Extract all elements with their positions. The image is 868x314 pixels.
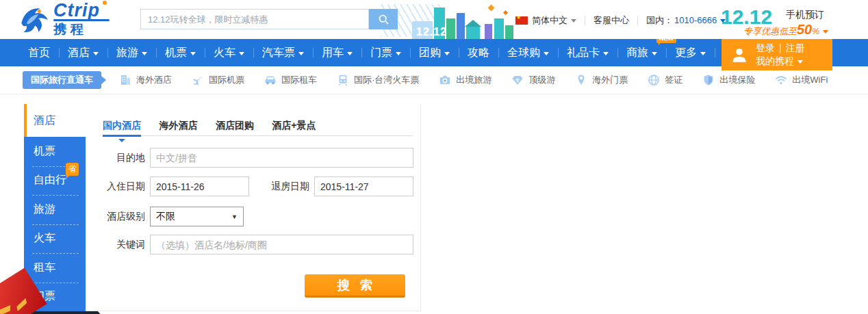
subnav-overseas-attraction-tickets[interactable]: 海外门票 — [575, 74, 628, 86]
my-ctrip-link[interactable]: 我的携程 — [756, 55, 803, 68]
mobile-booking-title: 手机预订 — [786, 9, 824, 21]
subnav-premium-tours[interactable]: 顶级游 — [511, 74, 555, 86]
caret-down-icon — [444, 52, 450, 55]
brand-en: Ctrip — [53, 2, 110, 18]
sidebar-item-hotel[interactable]: 酒店 — [24, 104, 86, 137]
nav-item-train[interactable]: 火车 — [205, 39, 253, 66]
hotel-class-select[interactable]: 不限 ▼ — [150, 207, 244, 226]
globe-icon — [648, 74, 660, 86]
ctrip-logo[interactable]: Ctrip 携程 — [16, 2, 110, 36]
international-subnav: 国际旅行直通车 海外酒店 国际机票 国际租车 国际·台湾火车票 出境旅游 顶级游… — [0, 66, 868, 94]
checkout-label: 退房日期 — [268, 181, 309, 193]
booking-sidebar: 酒店 机票 自由行 旅游 火车 租车 门票 省 — [24, 104, 86, 311]
caret-down-icon — [142, 52, 147, 55]
sidebar-item-car-rental[interactable]: 租车 — [24, 253, 86, 283]
login-link[interactable]: 登录 — [756, 42, 775, 53]
subnav-travel-insurance[interactable]: 出境保险 — [702, 74, 755, 86]
checkin-label: 入住日期 — [86, 181, 145, 193]
phone-number: 1010-6666 — [674, 15, 717, 25]
divider — [585, 16, 585, 25]
divider — [637, 16, 638, 25]
dolphin-logo-icon — [16, 2, 51, 36]
checkout-date-input[interactable] — [314, 176, 413, 196]
nav-item-globalshop[interactable]: 全球购 — [498, 39, 558, 66]
mobile-promo-discount[interactable]: 专享优惠低至50% — [743, 22, 828, 38]
caret-down-icon — [298, 52, 304, 55]
caret-down-icon — [544, 52, 549, 55]
subnav-overseas-hotel[interactable]: 海外酒店 — [119, 74, 172, 86]
header-utility-links: 简体中文 客服中心 国内：1010-6666 — [515, 14, 726, 27]
checkin-date-input[interactable] — [150, 176, 249, 196]
caret-down-icon — [700, 52, 706, 55]
sparkle-icon — [488, 5, 495, 12]
plane-icon — [192, 74, 204, 86]
caret-down-icon — [797, 60, 803, 64]
caret-down-icon — [239, 52, 244, 55]
nav-item-home[interactable]: 首页 — [19, 39, 59, 66]
login-box[interactable]: 登录|注册 我的携程 — [722, 39, 832, 70]
tab-domestic-hotel[interactable]: 国内酒店 — [103, 116, 141, 136]
sparkle-icon — [503, 10, 508, 15]
subnav-visa[interactable]: 签证 — [648, 74, 682, 86]
keyword-row: 关键词 — [86, 235, 413, 254]
caret-down-icon — [571, 19, 576, 23]
subnav-intl-taiwan-rail[interactable]: 国际·台湾火车票 — [337, 74, 419, 86]
nav-item-hotel[interactable]: 酒店 — [59, 39, 107, 66]
keyword-input[interactable] — [150, 235, 413, 254]
destination-input[interactable] — [150, 148, 413, 168]
register-link[interactable]: 注册 — [786, 42, 805, 53]
service-center-link[interactable]: 客服中心 — [593, 14, 629, 27]
brand-cn: 携程 — [53, 23, 110, 36]
nav-item-bus[interactable]: 汽车票 — [253, 39, 313, 66]
user-icon — [730, 46, 748, 64]
nav-item-car[interactable]: 用车 — [313, 39, 361, 66]
tab-overseas-hotel[interactable]: 海外酒店 — [159, 116, 197, 136]
caret-down-icon — [652, 52, 657, 55]
nav-item-giftcard[interactable]: 礼品卡 — [558, 39, 617, 66]
tab-hotel-groupbuy[interactable]: 酒店团购 — [216, 116, 254, 136]
header-search-input[interactable] — [141, 10, 368, 29]
ctrip-homepage: Ctrip 携程 12.12 简体中文 客 — [0, 0, 868, 314]
caret-down-icon — [823, 30, 828, 34]
promo-skyline: 12.12 — [408, 3, 518, 39]
subnav-outbound-wifi[interactable]: 出境WiFi — [775, 74, 828, 86]
phone-selector[interactable]: 国内：1010-6666 — [646, 14, 726, 27]
language-selector[interactable]: 简体中文 — [532, 14, 576, 27]
caret-down-icon — [347, 52, 353, 55]
nav-item-more[interactable]: 更多 — [666, 39, 715, 66]
nav-item-guide[interactable]: 攻略 — [459, 39, 498, 66]
hotel-search-panel: 国内酒店 海外酒店 酒店团购 酒店+景点 目的地 入住日期 退房日期 酒店级别 … — [86, 104, 421, 311]
sidebar-item-travel[interactable]: 旅游 — [24, 195, 86, 224]
subnav-outbound-travel[interactable]: 出境旅游 — [439, 74, 492, 86]
sidebar-item-flight[interactable]: 机票 — [24, 137, 86, 166]
destination-label: 目的地 — [86, 152, 145, 164]
hotel-tabs: 国内酒店 海外酒店 酒店团购 酒店+景点 — [103, 116, 412, 136]
tab-hotel-attraction[interactable]: 酒店+景点 — [272, 116, 316, 136]
subnav-intl-flight[interactable]: 国际机票 — [192, 74, 244, 86]
hotel-class-label: 酒店级别 — [86, 211, 145, 223]
nav-item-flight[interactable]: 机票 — [156, 39, 205, 66]
nav-item-ticket[interactable]: 门票 — [361, 39, 410, 66]
dates-row: 入住日期 退房日期 — [86, 176, 413, 196]
train-icon — [337, 74, 349, 86]
keyword-label: 关键词 — [86, 239, 145, 251]
booking-widget: 酒店 机票 自由行 旅游 火车 租车 门票 省 国内酒店 海外酒店 酒店团购 酒… — [24, 104, 421, 311]
subnav-intl-car-rental[interactable]: 国际租车 — [264, 74, 317, 86]
select-arrow-icon: ▼ — [231, 213, 238, 220]
phone-label: 国内： — [646, 15, 673, 25]
header: Ctrip 携程 12.12 简体中文 客 — [0, 0, 868, 39]
international-express-badge[interactable]: 国际旅行直通车 — [23, 71, 101, 89]
pin-icon — [575, 74, 587, 86]
destination-row: 目的地 — [86, 148, 413, 168]
camera-icon — [439, 74, 451, 86]
china-flag-icon — [515, 16, 528, 25]
hotel-class-row: 酒店级别 不限 ▼ — [86, 207, 244, 226]
nav-item-groupbuy[interactable]: 团购 — [410, 39, 459, 66]
search-hotels-button[interactable]: 搜 索 — [305, 274, 405, 298]
wifi-icon — [775, 74, 787, 86]
nav-item-travel[interactable]: 旅游 — [107, 39, 156, 66]
skyline-promo-text: 12.12 — [416, 26, 447, 38]
sidebar-item-train[interactable]: 火车 — [24, 224, 86, 254]
diamond-icon — [511, 74, 524, 86]
caret-down-icon — [396, 52, 401, 55]
